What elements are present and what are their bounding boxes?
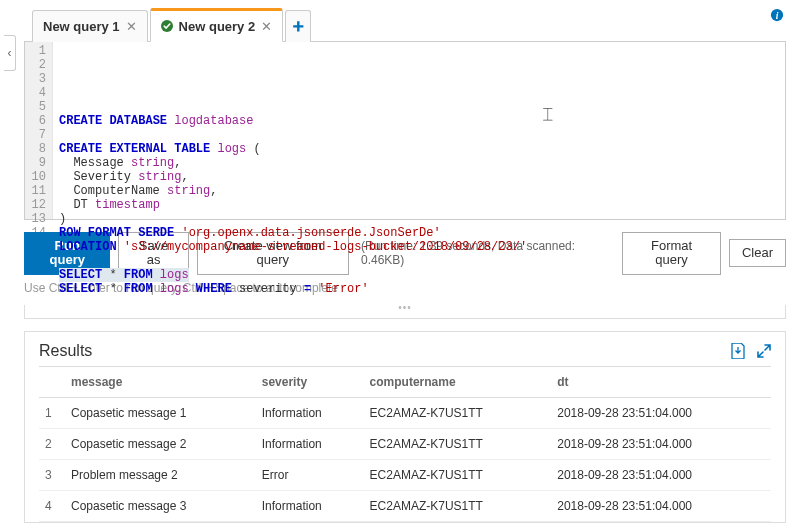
table-cell: 2018-09-28 23:51:04.000 — [551, 490, 771, 521]
table-cell: EC2AMAZ-K7US1TT — [364, 428, 552, 459]
editor-code[interactable]: ⌶ CREATE DATABASE logdatabase CREATE EXT… — [53, 42, 785, 219]
close-icon[interactable]: ✕ — [261, 19, 272, 34]
text-cursor-icon: ⌶ — [543, 107, 553, 121]
table-cell: 3 — [39, 459, 65, 490]
success-icon — [161, 20, 173, 32]
column-header — [39, 366, 65, 397]
table-cell: EC2AMAZ-K7US1TT — [364, 459, 552, 490]
editor-gutter: 12345678910111213141516 — [25, 42, 53, 219]
query-tabs: New query 1 ✕ New query 2 ✕ ➕︎ — [24, 8, 786, 42]
plus-icon: ➕︎ — [293, 18, 304, 35]
info-icon[interactable]: i — [770, 8, 784, 25]
results-title: Results — [39, 342, 92, 360]
column-header: message — [65, 366, 256, 397]
table-row[interactable]: 4Copasetic message 3InformationEC2AMAZ-K… — [39, 490, 771, 521]
expand-icon[interactable] — [757, 343, 771, 359]
svg-text:i: i — [776, 10, 779, 21]
table-cell: Copasetic message 2 — [65, 428, 256, 459]
table-row[interactable]: 3Problem message 2ErrorEC2AMAZ-K7US1TT20… — [39, 459, 771, 490]
tab-query-1[interactable]: New query 1 ✕ — [32, 10, 148, 42]
table-cell: 2 — [39, 428, 65, 459]
table-row[interactable]: 1Copasetic message 1InformationEC2AMAZ-K… — [39, 397, 771, 428]
table-cell: 2018-09-28 23:51:04.000 — [551, 397, 771, 428]
table-cell: Copasetic message 1 — [65, 397, 256, 428]
close-icon[interactable]: ✕ — [126, 19, 137, 34]
results-panel: Results messageseveritycomputernamedt 1C… — [24, 331, 786, 523]
table-cell: Problem message 2 — [65, 459, 256, 490]
table-cell: 4 — [39, 490, 65, 521]
tab-label: New query 2 — [179, 19, 256, 34]
table-cell: EC2AMAZ-K7US1TT — [364, 397, 552, 428]
table-cell: 2018-09-28 23:51:04.000 — [551, 459, 771, 490]
download-icon[interactable] — [731, 343, 745, 359]
table-cell: 2018-09-28 23:51:04.000 — [551, 428, 771, 459]
column-header: severity — [256, 366, 364, 397]
table-row[interactable]: 2Copasetic message 2InformationEC2AMAZ-K… — [39, 428, 771, 459]
table-cell: Information — [256, 490, 364, 521]
add-tab-button[interactable]: ➕︎ — [285, 10, 311, 42]
table-cell: Information — [256, 397, 364, 428]
table-cell: Information — [256, 428, 364, 459]
column-header: dt — [551, 366, 771, 397]
table-cell: Copasetic message 3 — [65, 490, 256, 521]
results-table: messageseveritycomputernamedt 1Copasetic… — [39, 366, 771, 522]
table-cell: 1 — [39, 397, 65, 428]
table-cell: Error — [256, 459, 364, 490]
tab-query-2[interactable]: New query 2 ✕ — [150, 8, 284, 42]
column-header: computername — [364, 366, 552, 397]
tab-label: New query 1 — [43, 19, 120, 34]
sidebar-collapse-handle[interactable]: ‹ — [4, 35, 16, 71]
sql-editor[interactable]: 12345678910111213141516 ⌶ CREATE DATABAS… — [24, 42, 786, 220]
table-cell: EC2AMAZ-K7US1TT — [364, 490, 552, 521]
